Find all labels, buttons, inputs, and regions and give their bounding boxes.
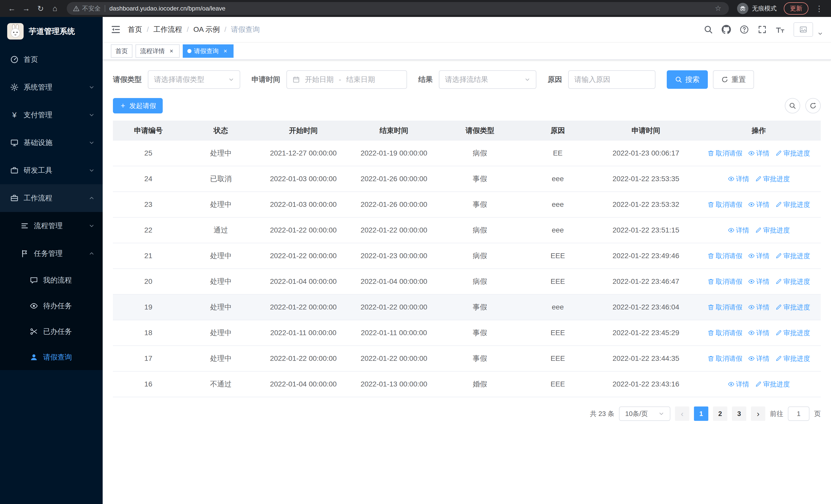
sidebar-item[interactable]: 基础设施 bbox=[0, 129, 103, 156]
detail-link[interactable]: 详情 bbox=[728, 175, 749, 183]
help-icon[interactable] bbox=[740, 25, 749, 34]
approval-progress-link[interactable]: 审批进度 bbox=[775, 277, 810, 286]
sidebar-item[interactable]: 已办任务 bbox=[0, 319, 103, 345]
tab-close-icon[interactable]: × bbox=[168, 48, 175, 55]
search-button[interactable]: 搜索 bbox=[667, 70, 708, 89]
chevron-down-icon bbox=[228, 77, 234, 82]
sidebar-item[interactable]: 任务管理 bbox=[0, 240, 103, 267]
tab-active[interactable]: 请假查询× bbox=[183, 45, 233, 58]
goto-page-input[interactable] bbox=[788, 407, 809, 421]
detail-link[interactable]: 详情 bbox=[728, 226, 749, 235]
sidebar-item[interactable]: 我的流程 bbox=[0, 267, 103, 293]
sidebar-item[interactable]: 研发工具 bbox=[0, 156, 103, 184]
tab-close-icon[interactable]: × bbox=[222, 48, 229, 55]
search-icon[interactable] bbox=[704, 25, 713, 34]
result-select[interactable]: 请选择流结果 bbox=[439, 70, 536, 89]
tab-item[interactable]: 流程详情× bbox=[136, 45, 180, 58]
approval-progress-link[interactable]: 审批进度 bbox=[775, 149, 810, 158]
sidebar-item-label: 流程管理 bbox=[34, 221, 84, 231]
approval-progress-link[interactable]: 审批进度 bbox=[775, 303, 810, 312]
approval-progress-link[interactable]: 审批进度 bbox=[755, 175, 790, 183]
cancel-leave-link[interactable]: 取消请假 bbox=[708, 277, 742, 286]
sidebar-menu: 首页系统管理¥支付管理基础设施研发工具工作流程流程管理任务管理我的流程待办任务已… bbox=[0, 46, 103, 504]
detail-link[interactable]: 详情 bbox=[748, 328, 770, 337]
detail-link[interactable]: 详情 bbox=[748, 149, 770, 158]
browser-forward-icon[interactable]: → bbox=[20, 2, 33, 15]
browser-menu-icon[interactable]: ⋮ bbox=[812, 2, 826, 15]
sidebar-item-label: 支付管理 bbox=[24, 110, 84, 120]
cell-reason: eee bbox=[521, 295, 595, 319]
leave-type-select[interactable]: 请选择请假类型 bbox=[148, 70, 240, 89]
action-label: 取消请假 bbox=[716, 277, 742, 286]
sidebar-collapse-icon[interactable] bbox=[111, 25, 121, 34]
detail-link[interactable]: 详情 bbox=[748, 354, 770, 363]
avatar-caret-icon[interactable] bbox=[818, 31, 823, 36]
sidebar-item[interactable]: 系统管理 bbox=[0, 73, 103, 101]
table-refresh-button[interactable] bbox=[805, 98, 821, 113]
cell-type: 病假 bbox=[439, 269, 520, 294]
approval-progress-link[interactable]: 审批进度 bbox=[775, 200, 810, 209]
trash-icon bbox=[708, 150, 714, 156]
magnifier-icon bbox=[675, 76, 682, 83]
breadcrumb-item[interactable]: 工作流程 bbox=[153, 25, 182, 34]
table-row: 21处理中2022-01-22 00:00:002022-01-23 00:00… bbox=[113, 243, 821, 269]
sidebar-item[interactable]: ¥支付管理 bbox=[0, 101, 103, 129]
font-size-icon[interactable] bbox=[776, 25, 785, 34]
detail-link[interactable]: 详情 bbox=[748, 251, 770, 261]
detail-link[interactable]: 详情 bbox=[748, 277, 770, 286]
cancel-leave-link[interactable]: 取消请假 bbox=[708, 328, 742, 337]
sidebar-item[interactable]: 请假查询 bbox=[0, 345, 103, 370]
cell-applied: 2022-01-22 23:49:46 bbox=[595, 244, 697, 268]
sidebar-item[interactable]: 流程管理 bbox=[0, 212, 103, 240]
app-logo[interactable]: 芋道管理系统 bbox=[0, 17, 103, 46]
site-security-chip[interactable]: 不安全 bbox=[73, 4, 101, 12]
tab-item[interactable]: 首页 bbox=[111, 45, 133, 58]
sidebar-item[interactable]: 待办任务 bbox=[0, 293, 103, 319]
reset-button[interactable]: 重置 bbox=[713, 70, 754, 89]
approval-progress-link[interactable]: 审批进度 bbox=[755, 226, 790, 235]
search-toggle-button[interactable] bbox=[785, 98, 800, 113]
chevron-down-icon bbox=[89, 223, 94, 229]
apply-time-range-picker[interactable]: 开始日期 - 结束日期 bbox=[286, 70, 407, 89]
cancel-leave-link[interactable]: 取消请假 bbox=[708, 149, 742, 158]
browser-update-button[interactable]: 更新 bbox=[784, 2, 808, 14]
leave-type-placeholder: 请选择请假类型 bbox=[154, 75, 204, 84]
cancel-leave-link[interactable]: 取消请假 bbox=[708, 354, 742, 363]
bookmark-star-icon[interactable]: ☆ bbox=[713, 4, 723, 13]
breadcrumb-item[interactable]: 首页 bbox=[128, 25, 142, 34]
sidebar-item[interactable]: 首页 bbox=[0, 46, 103, 73]
approval-progress-link[interactable]: 审批进度 bbox=[755, 380, 790, 389]
approval-progress-link[interactable]: 审批进度 bbox=[775, 354, 810, 363]
page-number-button[interactable]: 2 bbox=[713, 407, 727, 421]
browser-home-icon[interactable]: ⌂ bbox=[48, 2, 62, 15]
action-label: 审批进度 bbox=[763, 175, 790, 183]
sidebar-item[interactable]: 工作流程 bbox=[0, 184, 103, 212]
reason-input[interactable]: 请输入原因 bbox=[568, 70, 656, 89]
page-number-button[interactable]: 3 bbox=[732, 407, 746, 421]
browser-chrome: ← → ↻ ⌂ 不安全 dashboard.yudao.iocoder.cn/b… bbox=[0, 0, 831, 17]
page-number-button[interactable]: 1 bbox=[694, 407, 708, 421]
cell-reason: EEE bbox=[521, 321, 595, 345]
cancel-leave-link[interactable]: 取消请假 bbox=[708, 200, 742, 209]
avatar[interactable] bbox=[794, 22, 813, 37]
cancel-leave-link[interactable]: 取消请假 bbox=[708, 251, 742, 261]
create-leave-button[interactable]: + 发起请假 bbox=[113, 98, 163, 113]
detail-link[interactable]: 详情 bbox=[748, 303, 770, 312]
next-page-button[interactable]: › bbox=[751, 407, 765, 421]
browser-reload-icon[interactable]: ↻ bbox=[34, 2, 47, 15]
detail-link[interactable]: 详情 bbox=[728, 380, 749, 389]
approval-progress-link[interactable]: 审批进度 bbox=[775, 251, 810, 261]
gear-icon bbox=[10, 83, 19, 91]
browser-back-icon[interactable]: ← bbox=[5, 2, 19, 15]
detail-link[interactable]: 详情 bbox=[748, 200, 770, 209]
breadcrumb-item[interactable]: OA 示例 bbox=[194, 25, 220, 34]
cancel-leave-link[interactable]: 取消请假 bbox=[708, 303, 742, 312]
address-bar[interactable]: 不安全 dashboard.yudao.iocoder.cn/bpm/oa/le… bbox=[67, 2, 729, 15]
page-size-select[interactable]: 10条/页 bbox=[619, 407, 670, 421]
github-icon[interactable] bbox=[722, 25, 731, 34]
fullscreen-icon[interactable] bbox=[757, 25, 767, 34]
column-header: 原因 bbox=[521, 121, 595, 141]
sidebar: 芋道管理系统 首页系统管理¥支付管理基础设施研发工具工作流程流程管理任务管理我的… bbox=[0, 17, 103, 504]
approval-progress-link[interactable]: 审批进度 bbox=[775, 328, 810, 337]
prev-page-button[interactable]: ‹ bbox=[675, 407, 689, 421]
